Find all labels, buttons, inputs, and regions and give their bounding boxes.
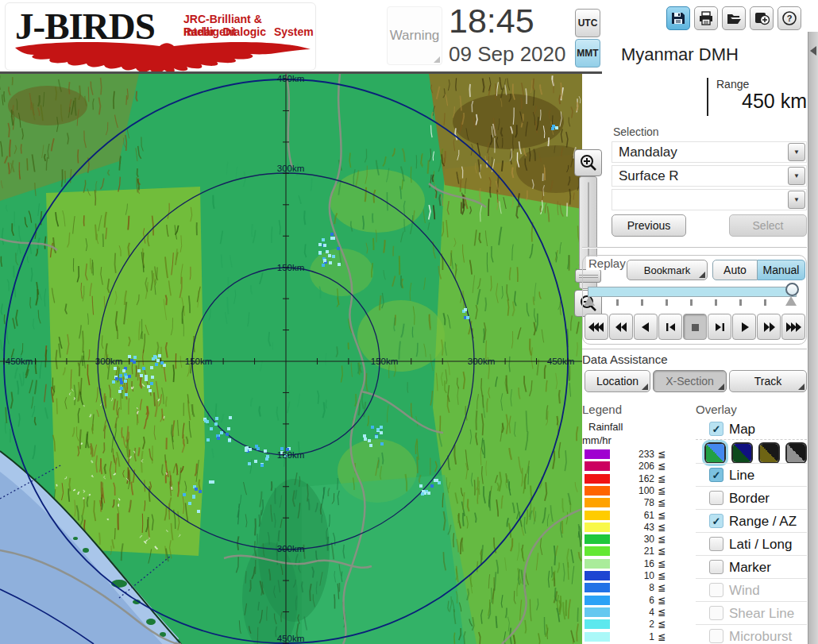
fast-rewind-3-button[interactable] bbox=[585, 314, 608, 340]
checkbox-marker[interactable] bbox=[709, 560, 723, 574]
overlay-item-marker[interactable]: Marker bbox=[696, 560, 807, 576]
eagle-logo-icon bbox=[12, 40, 314, 75]
open-folder-button[interactable] bbox=[722, 6, 746, 30]
auto-mode-button[interactable]: Auto bbox=[712, 260, 758, 280]
overlay-item-shear-line[interactable]: Shear Line bbox=[696, 606, 807, 622]
selection-label: Selection bbox=[613, 125, 659, 138]
print-button[interactable] bbox=[694, 6, 718, 30]
select-button[interactable]: Select bbox=[729, 214, 807, 237]
timeline-tick bbox=[616, 299, 619, 306]
overlay-label: Lati / Long bbox=[729, 537, 792, 553]
ring-label: 300km bbox=[277, 544, 305, 553]
timeline-start-marker[interactable] bbox=[584, 296, 595, 306]
legend-suffix: ≦ bbox=[658, 485, 666, 496]
help-button[interactable]: ? bbox=[777, 6, 801, 30]
ring-label: 300km bbox=[468, 357, 496, 366]
site-dropdown[interactable]: Mandalay ▼ bbox=[612, 141, 807, 163]
overlay-item-border[interactable]: Border bbox=[696, 491, 807, 507]
radar-map[interactable]: 450km300km150km150km300km450km450km300km… bbox=[0, 74, 582, 644]
ring-label: 150km bbox=[371, 357, 399, 366]
separator bbox=[696, 439, 807, 440]
legend-row: 61≦ bbox=[585, 511, 672, 521]
checkbox-microburst[interactable] bbox=[709, 629, 723, 643]
legend-value: 162 bbox=[613, 473, 654, 484]
overlay-item-line[interactable]: ✓Line bbox=[696, 468, 807, 484]
bookmark-button[interactable]: Bookmark bbox=[627, 260, 708, 280]
ring-label: 150km bbox=[277, 450, 305, 460]
mmt-button[interactable]: MMT bbox=[575, 39, 600, 67]
add-image-button[interactable] bbox=[750, 6, 774, 30]
play-button[interactable] bbox=[732, 314, 756, 340]
legend-row: 78≦ bbox=[585, 498, 672, 508]
legend-color-swatch bbox=[585, 559, 610, 569]
replay-timeline-thumb[interactable] bbox=[785, 283, 799, 296]
overlay-item-map[interactable]: ✓Map bbox=[696, 422, 807, 438]
chevron-down-icon[interactable]: ▼ bbox=[788, 167, 805, 185]
map-style-swatch-4[interactable] bbox=[785, 442, 807, 464]
checkbox-range-az[interactable]: ✓ bbox=[709, 514, 723, 528]
legend-row: 30≦ bbox=[585, 534, 672, 545]
panel-collapse-strip[interactable] bbox=[808, 32, 818, 644]
play-reverse-icon bbox=[637, 321, 655, 334]
stop-button[interactable] bbox=[683, 314, 707, 340]
replay-timeline-track[interactable] bbox=[588, 287, 797, 297]
map-style-swatch-3[interactable] bbox=[758, 442, 780, 464]
overlay-item-microburst[interactable]: Microburst bbox=[696, 629, 807, 644]
track-button[interactable]: Track bbox=[729, 370, 807, 392]
zoom-in-button[interactable] bbox=[574, 149, 602, 176]
legend-suffix: ≦ bbox=[658, 497, 666, 508]
map-style-swatch-1[interactable] bbox=[704, 442, 726, 464]
location-button[interactable]: Location bbox=[585, 370, 650, 392]
timeline-end-marker[interactable] bbox=[785, 296, 797, 306]
legend-value: 43 bbox=[613, 522, 654, 533]
legend-title: Legend bbox=[582, 403, 622, 416]
collapse-left-icon bbox=[810, 46, 816, 56]
separator bbox=[696, 509, 807, 510]
legend-suffix: ≦ bbox=[658, 522, 666, 533]
checkbox-map[interactable]: ✓ bbox=[709, 422, 723, 436]
legend-suffix: ≦ bbox=[658, 534, 666, 545]
magnifier-plus-icon bbox=[579, 153, 598, 172]
manual-mode-button[interactable]: Manual bbox=[758, 260, 805, 280]
utc-button[interactable]: UTC bbox=[575, 9, 600, 37]
legend-row: 233≦ bbox=[585, 449, 672, 460]
overlay-label: Line bbox=[729, 468, 754, 484]
overlay-item-range-az[interactable]: ✓Range / AZ bbox=[696, 514, 807, 530]
extra-dropdown[interactable]: ▼ bbox=[612, 189, 807, 210]
play-reverse-button[interactable] bbox=[634, 314, 658, 340]
fast-forward-3-button[interactable] bbox=[781, 314, 805, 340]
warning-button[interactable]: Warning bbox=[387, 6, 442, 65]
save-button[interactable] bbox=[666, 6, 690, 30]
fast-forward-2-button[interactable] bbox=[757, 314, 781, 340]
step-end-button[interactable] bbox=[708, 314, 731, 340]
legend-value: 6 bbox=[613, 595, 654, 606]
checkbox-shear-line[interactable] bbox=[709, 606, 723, 620]
bookmark-corner-handle bbox=[699, 272, 705, 278]
station-name: Myanmar DMH bbox=[621, 44, 739, 65]
checkbox-border[interactable] bbox=[709, 491, 723, 505]
step-start-button[interactable] bbox=[658, 314, 682, 340]
overlay-label: Border bbox=[729, 491, 770, 507]
checkbox-lati-long[interactable] bbox=[709, 537, 723, 551]
overlay-item-wind[interactable]: Wind bbox=[696, 583, 807, 599]
ring-label: 300km bbox=[95, 357, 123, 366]
map-style-swatch-2[interactable] bbox=[731, 442, 753, 464]
step-end-icon bbox=[711, 321, 729, 334]
overlay-label: Shear Line bbox=[729, 606, 794, 622]
checkbox-line[interactable]: ✓ bbox=[709, 468, 723, 482]
previous-button[interactable]: Previous bbox=[612, 214, 686, 237]
app-logo: J-BIRDS JRC-Brilliant & Intelligent Rada… bbox=[5, 2, 316, 71]
data-assistance-label: Data Assistance bbox=[582, 353, 668, 366]
x-section-button[interactable]: X-Section bbox=[653, 370, 727, 392]
fast-rewind-2-button[interactable] bbox=[609, 314, 633, 340]
help-icon: ? bbox=[781, 10, 797, 26]
overlay-item-lati-long[interactable]: Lati / Long bbox=[696, 537, 807, 553]
overlay-label: Marker bbox=[729, 560, 771, 576]
legend-suffix: ≦ bbox=[658, 570, 666, 581]
legend-color-swatch bbox=[585, 619, 610, 629]
product-dropdown[interactable]: Surface R ▼ bbox=[612, 165, 807, 187]
chevron-down-icon[interactable]: ▼ bbox=[788, 191, 805, 209]
track-corner-handle bbox=[798, 384, 804, 390]
checkbox-wind[interactable] bbox=[709, 583, 723, 597]
chevron-down-icon[interactable]: ▼ bbox=[788, 143, 805, 161]
